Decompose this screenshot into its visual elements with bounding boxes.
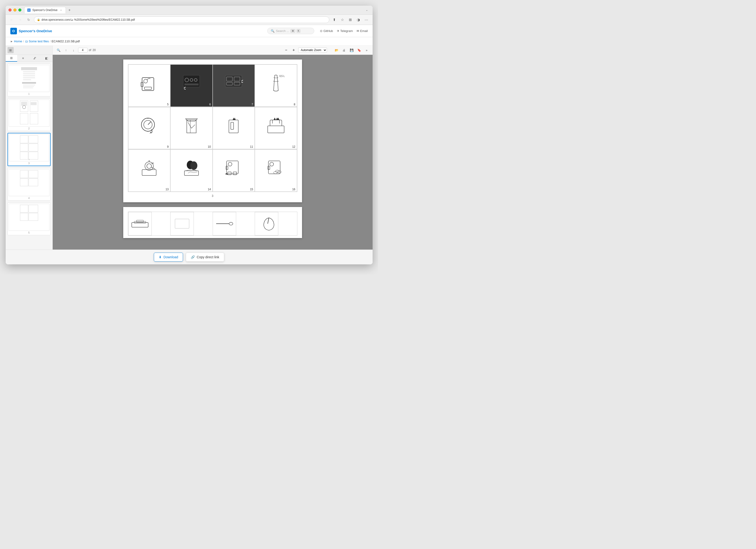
- svg-marker-57: [234, 118, 236, 120]
- app-logo[interactable]: O Spencer's OneDrive: [10, 28, 52, 34]
- more-tools-button[interactable]: »: [364, 47, 370, 53]
- svg-rect-3: [23, 73, 35, 74]
- breadcrumb-home-link[interactable]: Home: [14, 40, 22, 43]
- download-button[interactable]: ⬇ Download: [154, 253, 183, 262]
- svg-marker-59: [274, 118, 276, 120]
- address-bar: ← → ↻ 🔒 drive.spencerwoo.com/🗂 %20Some%2…: [6, 15, 373, 25]
- pdf-sidebar-toolbar: ⊞: [6, 46, 52, 55]
- copy-link-button[interactable]: 🔗 Copy direct link: [186, 253, 224, 262]
- search-text-button[interactable]: 🔍: [56, 47, 62, 53]
- thumbnail-img-1: [9, 65, 49, 92]
- search-kbd1: ⌘: [290, 29, 295, 33]
- page-of-label: of: [89, 48, 91, 52]
- profiles-icon[interactable]: ◑: [355, 16, 362, 23]
- search-placeholder: Search ...: [276, 29, 289, 33]
- pdf-page-number-3: 3: [128, 194, 297, 198]
- pdf-content[interactable]: 5: [53, 55, 373, 250]
- thumbnail-img-4: [9, 169, 49, 196]
- tab-title: Spencer's OneDrive: [32, 8, 58, 12]
- open-file-button[interactable]: 📂: [334, 47, 340, 53]
- forward-button[interactable]: →: [17, 16, 24, 23]
- instruction-cell-5: 5: [128, 64, 171, 107]
- svg-rect-45: [184, 84, 199, 85]
- telegram-link[interactable]: ✈ Telegram: [337, 29, 353, 33]
- sidebar-grid-tab[interactable]: ⊞: [6, 55, 17, 62]
- close-button[interactable]: [8, 8, 12, 12]
- print-button[interactable]: 🖨: [341, 47, 347, 53]
- minimize-button[interactable]: [13, 8, 16, 12]
- cell-img-12: [255, 107, 297, 145]
- svg-rect-7: [22, 82, 36, 84]
- svg-rect-27: [19, 169, 39, 195]
- svg-rect-10: [23, 88, 33, 88]
- header-nav: ⊙ GitHub ✈ Telegram ✉ Email: [320, 29, 368, 33]
- toolbar-actions: ⬆ ☆ ⊞ ◑ ⋯: [331, 16, 370, 23]
- prev-page-button[interactable]: ↑: [63, 47, 69, 53]
- extensions-icon[interactable]: ⊞: [347, 16, 354, 23]
- sidebar-view-tabs: ⊞ ≡ 🖇 ◧: [6, 55, 52, 62]
- sidebar-layers-tab[interactable]: ◧: [41, 55, 52, 62]
- extensions-button[interactable]: ⌄: [364, 8, 370, 12]
- cell-img-15: [213, 150, 255, 187]
- new-tab-button[interactable]: +: [67, 7, 72, 13]
- zoom-in-button[interactable]: +: [291, 47, 297, 53]
- save-button[interactable]: 💾: [349, 47, 355, 53]
- main-area: ⊞ ⊞ ≡ 🖇 ◧: [6, 46, 373, 250]
- cell-img-17: [128, 212, 151, 235]
- instruction-cell-15: 15: [213, 149, 255, 192]
- active-tab[interactable]: O Spencer's OneDrive ×: [24, 7, 66, 13]
- cell-img-13: [128, 150, 170, 187]
- svg-rect-37: [142, 78, 154, 91]
- thumbnail-page-2[interactable]: 2: [8, 98, 51, 131]
- app-title: Spencer's OneDrive: [19, 29, 52, 33]
- thumbnail-list: 1: [6, 62, 52, 250]
- email-link[interactable]: ✉ Email: [357, 29, 368, 33]
- zoom-out-button[interactable]: −: [283, 47, 289, 53]
- page-input[interactable]: [78, 48, 88, 52]
- instruction-cell-11: 11: [213, 107, 255, 149]
- cell-img-18: [171, 212, 194, 235]
- sidebar-attachment-tab[interactable]: 🖇: [29, 55, 41, 62]
- next-page-button[interactable]: ↓: [71, 47, 77, 53]
- svg-rect-1: [21, 67, 37, 70]
- svg-rect-19: [19, 135, 39, 160]
- share-icon[interactable]: ⬆: [331, 16, 338, 23]
- sidebar-list-tab[interactable]: ≡: [17, 55, 29, 62]
- thumbnail-img-5: [9, 204, 49, 231]
- sidebar-thumbnails-btn[interactable]: ⊞: [8, 47, 14, 53]
- svg-point-77: [278, 171, 281, 173]
- telegram-icon: ✈: [337, 29, 339, 33]
- back-button[interactable]: ←: [8, 16, 15, 23]
- zoom-select[interactable]: Automatic Zoom 50% 75% 100% 125% 150% 20…: [298, 48, 327, 53]
- address-input[interactable]: 🔒 drive.spencerwoo.com/🗂 %20Some%20test%…: [34, 16, 329, 23]
- maximize-button[interactable]: [18, 8, 21, 12]
- cell-num-5: 5: [166, 102, 170, 107]
- cell-num-8: 8: [292, 102, 297, 107]
- cell-num-6: 6: [208, 102, 212, 107]
- bookmark-pdf-button[interactable]: 🔖: [356, 47, 362, 53]
- svg-rect-58: [268, 126, 284, 133]
- thumbnail-page-5[interactable]: 5: [8, 203, 51, 235]
- svg-rect-2: [23, 71, 35, 72]
- thumbnail-page-4[interactable]: 4: [8, 168, 51, 201]
- thumbnail-page-3[interactable]: 3 3: [8, 133, 51, 166]
- svg-rect-75: [268, 166, 270, 170]
- lock-icon: 🔒: [37, 18, 40, 21]
- cell-img-8: 0,5 L: [255, 65, 297, 102]
- more-icon[interactable]: ⋯: [363, 16, 370, 23]
- breadcrumb-sep1: /: [23, 40, 24, 43]
- cell-num-9: 9: [166, 145, 170, 149]
- tab-close-button[interactable]: ×: [60, 8, 63, 12]
- cell-num-15: 15: [249, 187, 255, 191]
- svg-rect-82: [175, 219, 189, 228]
- breadcrumb-folder-link[interactable]: 🗂 Some test files: [25, 40, 49, 43]
- github-link[interactable]: ⊙ GitHub: [320, 29, 333, 33]
- search-bar[interactable]: 🔍 Search ... ⌘ K: [267, 28, 314, 34]
- cell-num-12: 12: [291, 145, 297, 149]
- bookmark-icon[interactable]: ☆: [339, 16, 346, 23]
- reload-button[interactable]: ↻: [25, 16, 32, 23]
- svg-point-78: [275, 170, 279, 172]
- instruction-cell-10: 10: [170, 107, 213, 149]
- thumbnail-page-1[interactable]: 1: [8, 64, 51, 96]
- thumbnail-img-3: 3: [9, 134, 49, 161]
